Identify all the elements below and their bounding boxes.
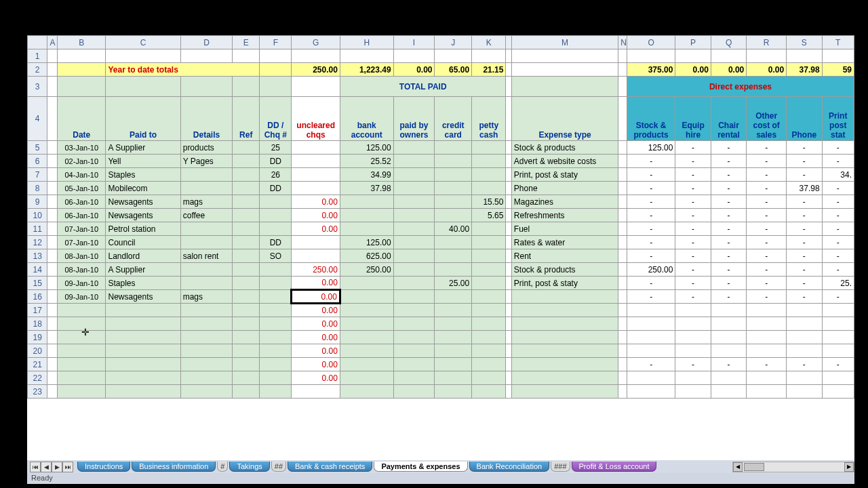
- row-header[interactable]: 18: [28, 317, 47, 331]
- row-header[interactable]: 12: [28, 236, 47, 249]
- cell[interactable]: [180, 263, 233, 277]
- cell[interactable]: [787, 304, 822, 317]
- cell[interactable]: [292, 182, 340, 195]
- cell[interactable]: [233, 344, 260, 358]
- cell[interactable]: -: [787, 168, 822, 182]
- cell[interactable]: mags: [180, 290, 233, 304]
- column-header[interactable]: [506, 36, 511, 49]
- cell[interactable]: -: [627, 182, 675, 195]
- cell[interactable]: -: [627, 277, 675, 290]
- cell[interactable]: [435, 168, 472, 182]
- cell[interactable]: [58, 49, 106, 63]
- column-header[interactable]: R: [747, 36, 787, 49]
- column-header[interactable]: F: [260, 36, 292, 49]
- cell[interactable]: [180, 317, 233, 331]
- cell[interactable]: [393, 236, 435, 249]
- cell[interactable]: [618, 358, 627, 371]
- cell[interactable]: [506, 371, 511, 385]
- cell[interactable]: [618, 182, 627, 195]
- cell[interactable]: [260, 358, 292, 371]
- row-header[interactable]: 11: [28, 222, 47, 236]
- column-header[interactable]: B: [58, 36, 106, 49]
- cell[interactable]: -: [822, 141, 854, 155]
- sheet-tab[interactable]: ###: [551, 462, 570, 472]
- cell[interactable]: [435, 290, 472, 304]
- cell[interactable]: 37.98: [787, 63, 822, 77]
- cell[interactable]: Mobilecom: [106, 182, 180, 195]
- cell[interactable]: [472, 141, 506, 155]
- sheet-tab[interactable]: Profit & Loss account: [572, 462, 657, 472]
- cell[interactable]: -: [675, 290, 711, 304]
- cell[interactable]: [711, 344, 746, 358]
- cell[interactable]: [435, 344, 472, 358]
- cell[interactable]: [506, 263, 511, 277]
- cell[interactable]: [511, 385, 618, 399]
- cell[interactable]: [472, 344, 506, 358]
- column-header[interactable]: C: [106, 36, 180, 49]
- cell[interactable]: [180, 371, 233, 385]
- cell[interactable]: [260, 371, 292, 385]
- cell[interactable]: [393, 195, 435, 209]
- cell[interactable]: -: [675, 222, 711, 236]
- cell[interactable]: 0.00: [292, 371, 340, 385]
- cell[interactable]: [747, 371, 787, 385]
- cell[interactable]: -: [627, 249, 675, 263]
- cell[interactable]: [47, 195, 58, 209]
- cell[interactable]: -: [711, 209, 746, 222]
- row-header[interactable]: 7: [28, 168, 47, 182]
- cell[interactable]: [180, 344, 233, 358]
- cell[interactable]: [260, 222, 292, 236]
- cell[interactable]: [472, 49, 506, 63]
- cell[interactable]: 125.00: [340, 141, 393, 155]
- cell[interactable]: -: [711, 182, 746, 195]
- cell[interactable]: Stock & products: [511, 263, 618, 277]
- cell[interactable]: Phone: [511, 182, 618, 195]
- column-header[interactable]: D: [180, 36, 233, 49]
- scroll-thumb[interactable]: [744, 463, 764, 471]
- cell[interactable]: [292, 155, 340, 168]
- cell[interactable]: [233, 141, 260, 155]
- cell[interactable]: [58, 304, 106, 317]
- cell[interactable]: [47, 385, 58, 399]
- cell[interactable]: [506, 155, 511, 168]
- cell[interactable]: [180, 385, 233, 399]
- cell[interactable]: 125.00: [627, 141, 675, 155]
- cell[interactable]: [393, 304, 435, 317]
- cell[interactable]: [435, 141, 472, 155]
- cell[interactable]: [506, 304, 511, 317]
- cell[interactable]: [822, 49, 854, 63]
- cell[interactable]: 0.00: [292, 358, 340, 371]
- row-header[interactable]: 8: [28, 182, 47, 195]
- cell[interactable]: Newsagents: [106, 195, 180, 209]
- cell[interactable]: [435, 304, 472, 317]
- cell[interactable]: [340, 290, 393, 304]
- cell[interactable]: [233, 263, 260, 277]
- cell[interactable]: -: [627, 209, 675, 222]
- cell[interactable]: [292, 141, 340, 155]
- cell[interactable]: [106, 304, 180, 317]
- cell[interactable]: [393, 49, 435, 63]
- cell[interactable]: [393, 317, 435, 331]
- tab-prev-icon[interactable]: ◀: [41, 462, 52, 472]
- cell[interactable]: [822, 385, 854, 399]
- row-header[interactable]: 1: [28, 49, 47, 63]
- column-header[interactable]: [28, 36, 47, 49]
- cell[interactable]: [711, 304, 746, 317]
- cell[interactable]: [506, 331, 511, 344]
- cell[interactable]: -: [747, 141, 787, 155]
- cell[interactable]: coffee: [180, 209, 233, 222]
- cell[interactable]: 0.00: [711, 63, 746, 77]
- cell[interactable]: [506, 195, 511, 209]
- cell[interactable]: [787, 385, 822, 399]
- cell[interactable]: [47, 304, 58, 317]
- column-header[interactable]: N: [618, 36, 627, 49]
- cell[interactable]: [747, 385, 787, 399]
- cell[interactable]: [506, 317, 511, 331]
- cell[interactable]: [233, 331, 260, 344]
- cell[interactable]: [627, 304, 675, 317]
- cell[interactable]: [292, 236, 340, 249]
- cell[interactable]: -: [747, 168, 787, 182]
- cell[interactable]: -: [822, 209, 854, 222]
- cell[interactable]: 0.00: [292, 290, 340, 304]
- cell[interactable]: -: [822, 155, 854, 168]
